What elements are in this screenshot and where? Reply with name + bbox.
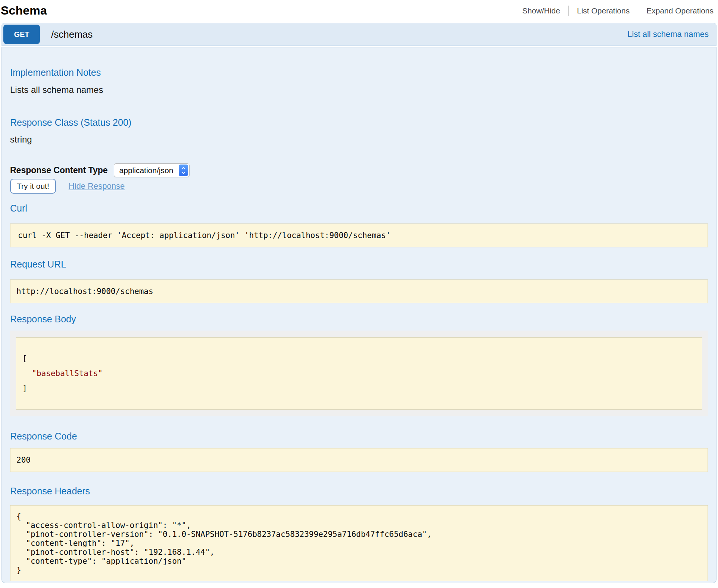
resource-options: Show/Hide List Operations Expand Operati… [514, 6, 715, 16]
curl-heading: Curl [10, 203, 708, 214]
select-chevrons-icon [179, 165, 188, 176]
response-class-heading: Response Class (Status 200) [10, 117, 708, 128]
response-class-text: string [10, 134, 708, 145]
selected-content-type: application/json [119, 166, 178, 175]
top-bar: Schema Show/Hide List Operations Expand … [0, 0, 718, 23]
curl-command: curl -X GET --header 'Accept: applicatio… [10, 223, 708, 247]
response-code-heading: Response Code [10, 431, 708, 442]
list-operations-link[interactable]: List Operations [569, 6, 638, 16]
response-body-container: [ "baseballStats" ] [10, 331, 708, 416]
response-code-value: 200 [10, 448, 708, 472]
show-hide-link[interactable]: Show/Hide [514, 6, 569, 16]
operation-get-schemas: GET /schemas List all schema names Imple… [1, 23, 717, 583]
json-string-value: "baseballStats" [32, 369, 103, 378]
response-content-type-row: Response Content Type application/json [10, 163, 708, 177]
response-content-type-select[interactable]: application/json [114, 163, 190, 177]
http-method-button[interactable]: GET [3, 25, 40, 44]
json-close-bracket: ] [22, 384, 27, 393]
implementation-notes-heading: Implementation Notes [10, 67, 708, 78]
implementation-notes-text: Lists all schema names [10, 85, 708, 95]
response-body-heading: Response Body [10, 313, 708, 325]
hide-response-link[interactable]: Hide Response [69, 181, 125, 191]
operation-content: Implementation Notes Lists all schema na… [1, 47, 717, 583]
json-open-bracket: [ [22, 354, 27, 363]
operation-nickname-link[interactable]: List all schema names [627, 29, 715, 39]
response-body-json: [ "baseballStats" ] [16, 337, 702, 410]
response-content-type-label: Response Content Type [10, 165, 108, 175]
operation-heading[interactable]: GET /schemas List all schema names [1, 23, 717, 46]
request-url-heading: Request URL [10, 259, 708, 270]
try-it-out-button[interactable]: Try it out! [10, 179, 56, 194]
page-title: Schema [1, 4, 47, 18]
response-headers-heading: Response Headers [10, 485, 708, 497]
expand-operations-link[interactable]: Expand Operations [638, 6, 715, 16]
operation-path-link[interactable]: /schemas [51, 29, 93, 40]
response-headers-json: { "access-control-allow-origin": "*", "p… [10, 505, 708, 581]
sandbox-row: Try it out! Hide Response [10, 179, 708, 194]
request-url-value: http://localhost:9000/schemas [10, 279, 708, 303]
